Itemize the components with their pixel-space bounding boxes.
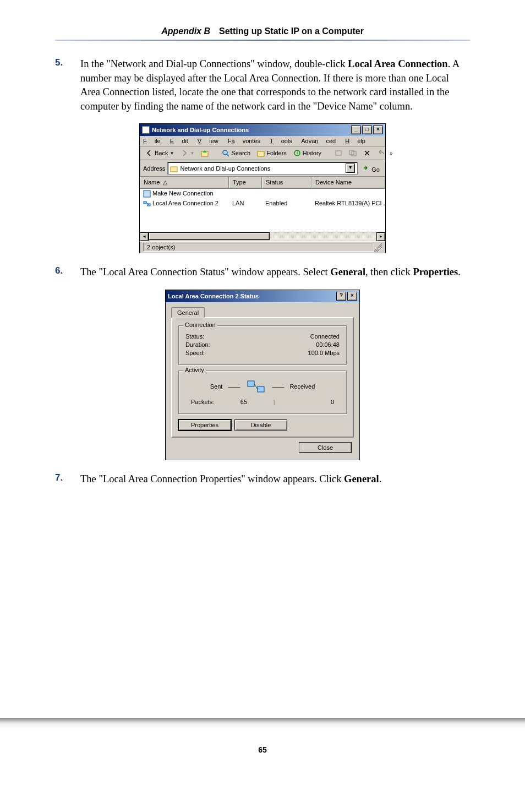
dialog-title: Local Area Connection 2 Status	[168, 293, 259, 299]
lan-icon	[143, 200, 151, 208]
address-dropdown[interactable]: ▼	[346, 164, 355, 173]
item-type	[229, 189, 262, 199]
step-7: 7. The "Local Area Connection Properties…	[55, 472, 470, 487]
text-bold: General	[330, 266, 365, 277]
minimize-button[interactable]: _	[351, 126, 361, 134]
group-legend: Activity	[183, 367, 206, 373]
menu-file[interactable]: File	[143, 138, 161, 144]
titlebar[interactable]: Network and Dial-up Connections _ □ ×	[140, 124, 385, 136]
go-label: Go	[371, 166, 380, 173]
item-name: Make New Connection	[140, 189, 229, 199]
list-body: Make New Connection Local Area Connectio…	[140, 189, 385, 232]
footer-rule	[0, 718, 525, 729]
go-button[interactable]: Go	[360, 163, 382, 174]
horizontal-scrollbar[interactable]: ◂ ▸	[140, 232, 385, 241]
folder-icon	[170, 165, 178, 172]
delete-button[interactable]	[361, 148, 373, 158]
duration-label: Duration:	[185, 341, 210, 348]
search-label: Search	[231, 150, 250, 156]
close-button[interactable]: ×	[347, 292, 357, 301]
folder-icon	[142, 126, 150, 134]
item-device: Realtek RTL8139(A) PCI ... S	[311, 199, 385, 209]
col-type[interactable]: Type	[229, 177, 262, 188]
help-button[interactable]: ?	[336, 292, 346, 301]
folders-icon	[257, 149, 265, 157]
text-run: , then click	[365, 266, 413, 277]
undo-icon	[378, 149, 385, 157]
tab-general[interactable]: General	[171, 307, 205, 318]
close-button[interactable]: Close	[299, 442, 352, 453]
titlebar[interactable]: Local Area Connection 2 Status ? ×	[166, 290, 359, 302]
toolbar: Back ▼ ▼ Search Folders	[140, 146, 385, 160]
wizard-icon	[143, 190, 151, 198]
undo-button[interactable]	[375, 148, 387, 158]
search-icon	[222, 149, 229, 157]
activity-icon	[245, 379, 266, 394]
col-status[interactable]: Status	[262, 177, 311, 188]
step-text: The "Local Area Connection Status" windo…	[80, 265, 461, 280]
status-text: 2 object(s)	[143, 243, 374, 252]
figure-network-connections: Network and Dial-up Connections _ □ × Fi…	[55, 123, 470, 253]
properties-button[interactable]: Properties	[178, 419, 231, 430]
address-value: Network and Dial-up Connections	[180, 165, 343, 172]
moveto-icon	[335, 149, 342, 157]
address-field[interactable]: Network and Dial-up Connections ▼	[167, 162, 358, 175]
disable-button[interactable]: Disable	[234, 419, 287, 430]
packets-label: Packets:	[191, 399, 214, 405]
menu-tools[interactable]: Tools	[270, 138, 292, 144]
item-status: Enabled	[262, 199, 311, 209]
text-run: The "Local Area Connection Properties" w…	[80, 473, 344, 484]
up-button[interactable]	[199, 148, 211, 158]
svg-rect-14	[258, 386, 264, 392]
search-button[interactable]: Search	[220, 148, 253, 158]
menu-favorites[interactable]: Favorites	[228, 138, 260, 144]
group-legend: Connection	[183, 321, 217, 328]
received-label: Received	[289, 383, 315, 390]
list-item[interactable]: Local Area Connection 2 LAN Enabled Real…	[140, 199, 385, 209]
back-button[interactable]: Back ▼	[143, 148, 176, 158]
menu-advanced[interactable]: Advanced	[301, 138, 336, 144]
list-item[interactable]: Make New Connection	[140, 189, 385, 199]
menu-help[interactable]: Help	[345, 138, 365, 144]
resize-grip[interactable]	[374, 243, 382, 252]
scroll-thumb[interactable]	[149, 232, 270, 240]
copyto-icon	[349, 149, 357, 157]
address-label: Address	[143, 165, 165, 172]
step-text: In the "Network and Dial-up Connections"…	[80, 57, 470, 113]
window-title: Network and Dial-up Connections	[152, 127, 249, 133]
statusbar: 2 object(s)	[140, 241, 385, 253]
folders-button[interactable]: Folders	[255, 148, 289, 158]
delete-icon	[363, 149, 371, 157]
col-device[interactable]: Device Name	[311, 177, 385, 188]
scroll-track[interactable]	[270, 232, 376, 241]
moveto-button[interactable]	[332, 148, 344, 158]
status-label: Status:	[185, 333, 204, 340]
menu-view[interactable]: View	[198, 138, 218, 144]
step-text: The "Local Area Connection Properties" w…	[80, 472, 381, 487]
svg-rect-13	[248, 381, 254, 386]
close-button[interactable]: ×	[373, 126, 383, 134]
header-prefix: Appendix B	[161, 26, 210, 36]
back-icon	[145, 149, 153, 157]
group-connection: Connection Status:Connected Duration:00:…	[178, 325, 347, 365]
menubar: File Edit View Favorites Tools Advanced …	[140, 136, 385, 146]
history-button[interactable]: History	[291, 148, 324, 158]
maximize-button[interactable]: □	[362, 126, 372, 134]
svg-line-15	[254, 384, 258, 389]
back-label: Back	[155, 150, 168, 156]
duration-value: 00:06:48	[316, 341, 340, 348]
tab-panel: Connection Status:Connected Duration:00:…	[171, 317, 354, 438]
forward-button[interactable]: ▼	[178, 148, 196, 158]
item-device	[311, 189, 384, 199]
text-bold: Properties	[413, 266, 458, 277]
svg-point-1	[223, 150, 227, 155]
step-number: 6.	[55, 265, 80, 280]
scroll-right[interactable]: ▸	[376, 232, 385, 241]
step-number: 5.	[55, 57, 80, 113]
copyto-button[interactable]	[347, 148, 359, 158]
scroll-left[interactable]: ◂	[140, 232, 149, 241]
toolbar-overflow[interactable]: »	[390, 150, 393, 156]
col-name[interactable]: Name △	[140, 177, 229, 188]
item-status	[262, 189, 311, 199]
menu-edit[interactable]: Edit	[170, 138, 188, 144]
